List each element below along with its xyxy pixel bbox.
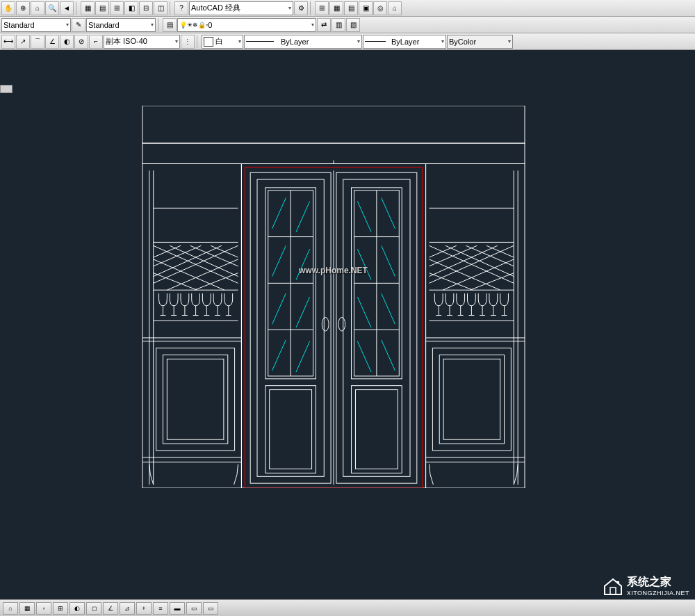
tool-zoom-window-icon[interactable]: 🔍: [45, 1, 59, 15]
status-model-icon[interactable]: ▭: [186, 602, 202, 615]
tool-markup-icon[interactable]: ◫: [154, 1, 167, 15]
svg-line-86: [357, 202, 371, 232]
svg-line-67: [296, 202, 310, 232]
status-ortho-icon[interactable]: ⊞: [53, 602, 68, 615]
status-dyn-icon[interactable]: +: [136, 602, 152, 615]
brand-name: 系统之家: [627, 575, 689, 590]
status-home-icon[interactable]: ⌂: [3, 602, 18, 615]
status-ducs-icon[interactable]: ⊿: [120, 602, 135, 615]
left-cabinet: [142, 163, 241, 488]
plotstyle-dropdown[interactable]: ByColor: [447, 35, 513, 49]
house-icon: [602, 576, 624, 596]
status-qp-icon[interactable]: ▬: [170, 602, 185, 615]
svg-rect-51: [439, 355, 504, 444]
status-otrack-icon[interactable]: ∠: [103, 602, 118, 615]
svg-rect-50: [432, 348, 511, 451]
tool-view-icon[interactable]: ⌂: [388, 1, 402, 15]
tool-tile-icon[interactable]: ▤: [344, 1, 358, 15]
tool-help-icon[interactable]: ?: [174, 1, 188, 15]
dimstyle-dropdown[interactable]: 副本 ISO-40: [104, 35, 180, 49]
tool-zoom-extents-icon[interactable]: ⌂: [31, 1, 44, 15]
tool-arrange-icon[interactable]: ▣: [359, 1, 373, 15]
svg-line-87: [382, 245, 395, 276]
tool-sheet-icon[interactable]: ▤: [95, 1, 109, 15]
svg-rect-25: [163, 355, 227, 444]
svg-line-9: [154, 259, 224, 290]
layer-states-icon[interactable]: ▥: [332, 18, 345, 32]
canvas-gutter: [0, 50, 13, 599]
color-swatch: [204, 37, 213, 47]
tool-cascade-icon[interactable]: ▦: [329, 1, 343, 15]
color-label: 白: [215, 36, 223, 47]
tool-layer-icon[interactable]: ⊞: [110, 1, 124, 15]
tool-brush-icon[interactable]: ✎: [72, 18, 85, 32]
svg-line-85: [382, 198, 395, 229]
svg-line-90: [357, 297, 371, 327]
layer-iso-icon[interactable]: ▧: [346, 18, 360, 32]
textstyle2-dropdown[interactable]: Standard: [86, 18, 156, 32]
tool-3d-icon[interactable]: ◎: [373, 1, 387, 15]
separator-icon: [197, 35, 199, 49]
workspace-dropdown[interactable]: AutoCAD 经典: [189, 1, 293, 15]
svg-line-68: [272, 245, 286, 276]
plotstyle-value: ByColor: [449, 38, 476, 46]
svg-line-71: [296, 297, 310, 327]
tool-calc-icon[interactable]: ⊟: [139, 1, 153, 15]
viewport-tab[interactable]: [0, 85, 13, 93]
dim-diameter-icon[interactable]: ⊘: [74, 35, 88, 49]
dimstyle-btn-icon[interactable]: ⋮: [181, 35, 195, 49]
svg-point-76: [322, 317, 329, 331]
tool-hand-icon[interactable]: ✋: [1, 1, 15, 15]
textstyle1-dropdown[interactable]: Standard: [1, 18, 71, 32]
drawing-canvas[interactable]: www.pHome.NET: [0, 50, 695, 599]
status-snap-icon[interactable]: ▦: [19, 602, 35, 615]
svg-rect-96: [610, 587, 616, 594]
svg-line-66: [272, 198, 286, 229]
double-doors: [241, 163, 425, 488]
layer-mgr-icon[interactable]: ▤: [163, 18, 177, 32]
color-dropdown[interactable]: 白: [202, 35, 243, 49]
status-polar-icon[interactable]: ◐: [70, 602, 85, 615]
svg-line-91: [382, 340, 395, 371]
status-osnap-icon[interactable]: ◻: [86, 602, 101, 615]
separator-icon: [158, 18, 161, 32]
status-bar: ⌂ ▦ ▫ ⊞ ◐ ◻ ∠ ⊿ + ≡ ▬ ▭ ▭: [0, 599, 695, 616]
toolbar-row-3: ⟷ ↗ ⌒ ∠ ◐ ⊘ ⌐ 副本 ISO-40 ⋮ 白 ByLayer ByLa…: [0, 33, 695, 50]
dim-angular-icon[interactable]: ∠: [45, 35, 59, 49]
lineweight-preview: [365, 41, 386, 42]
svg-point-95: [338, 317, 345, 331]
lineweight-dropdown[interactable]: ByLayer: [363, 35, 446, 49]
layer-prev-icon[interactable]: ⇄: [317, 18, 331, 32]
svg-rect-26: [167, 359, 224, 439]
wine-glasses-left: [159, 293, 233, 315]
svg-rect-94: [355, 390, 398, 469]
workspace-settings-icon[interactable]: ⚙: [294, 1, 308, 15]
svg-line-15: [167, 259, 238, 290]
svg-line-92: [357, 341, 371, 372]
status-lwt-icon[interactable]: ≡: [153, 602, 168, 615]
linetype-dropdown[interactable]: ByLayer: [244, 35, 362, 49]
dim-radius-icon[interactable]: ◐: [60, 35, 74, 49]
cad-drawing: [139, 106, 528, 488]
svg-line-73: [296, 341, 310, 372]
svg-line-72: [272, 340, 286, 371]
dim-arc-icon[interactable]: ⌒: [31, 35, 44, 49]
dim-linear-icon[interactable]: ⟷: [1, 35, 15, 49]
tool-window-icon[interactable]: ⊞: [315, 1, 329, 15]
dim-aligned-icon[interactable]: ↗: [16, 35, 30, 49]
separator-icon: [170, 1, 172, 15]
svg-rect-0: [142, 106, 525, 143]
svg-rect-24: [156, 348, 235, 451]
tool-pan-icon[interactable]: ⊕: [16, 1, 30, 15]
separator-icon: [310, 1, 313, 15]
layer-value: 0: [208, 21, 212, 29]
tool-properties-icon[interactable]: ▦: [81, 1, 95, 15]
tool-zoom-prev-icon[interactable]: ◄: [60, 1, 74, 15]
layer-dropdown[interactable]: 💡☀❄🔒▫ 0: [177, 18, 316, 32]
tool-design-icon[interactable]: ◧: [124, 1, 138, 15]
svg-line-89: [382, 293, 395, 324]
svg-rect-52: [443, 359, 500, 439]
status-grid-icon[interactable]: ▫: [36, 602, 51, 615]
status-annoscale-icon[interactable]: ▭: [203, 602, 218, 615]
dim-jog-icon[interactable]: ⌐: [89, 35, 103, 49]
